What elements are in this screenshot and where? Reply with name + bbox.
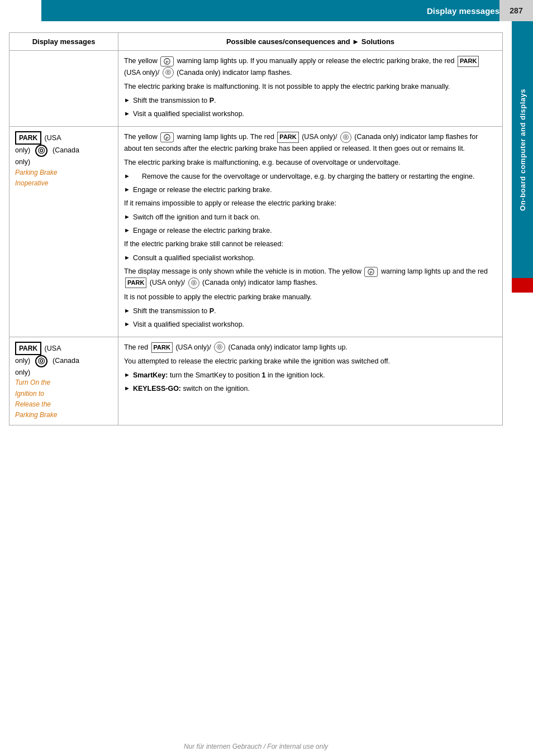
- circle-p-inline2: ⓞ: [340, 132, 351, 143]
- display-messages-table: Display messages Possible causes/consequ…: [9, 32, 503, 425]
- bullet-item: ► Switch off the ignition and turn it ba…: [124, 212, 497, 223]
- col2-header: Possible causes/consequences and ► Solut…: [118, 33, 503, 51]
- circle-p-inline4: ⓞ: [214, 342, 225, 353]
- row3-label: PARK (USA only) ⓞ (Canada only) Turn On …: [9, 337, 118, 425]
- side-tab: On-board computer and displays: [512, 21, 533, 278]
- bullet-item: ► Visit a qualified specialist workshop.: [124, 108, 497, 119]
- svg-text:P: P: [370, 270, 373, 275]
- bullet-smartkey: ► SmartKey: turn the SmartKey to positio…: [124, 370, 497, 381]
- park-badge-row3: PARK: [15, 342, 41, 355]
- row2-orange-label: Parking BrakeInoperative: [15, 168, 112, 189]
- circle-p-inline: ⓞ: [163, 67, 174, 78]
- circle-p-inline3: ⓞ: [188, 277, 199, 289]
- circle-p-badge-row3: ⓞ: [35, 355, 47, 367]
- table-header-row: Display messages Possible causes/consequ…: [9, 33, 503, 51]
- table-row: PARK (USA only) ⓞ (Canada only) Parking …: [9, 127, 503, 337]
- park-badge-inline4: PARK: [151, 342, 173, 353]
- header-bar: Display messages: [41, 0, 533, 21]
- header-title: Display messages: [427, 6, 499, 16]
- park-badge-inline2: PARK: [277, 132, 298, 143]
- footer-text: Nur für internen Gebrauch / For internal…: [0, 743, 512, 750]
- bullet-item: ► Engage or release the electric parking…: [124, 184, 497, 195]
- main-content: Display messages Possible causes/consequ…: [0, 21, 512, 756]
- row2-content: The yellow P warning lamp lights up. The…: [118, 127, 503, 337]
- warning-lamp-icon3: P: [364, 267, 378, 277]
- col1-header: Display messages: [9, 33, 118, 51]
- row3-content: The red PARK (USA only)/ ⓞ (Canada only)…: [118, 337, 503, 425]
- circle-p-badge: ⓞ: [35, 145, 47, 157]
- side-tab-label: On-board computer and displays: [518, 89, 527, 211]
- side-tab-red-indicator: [512, 278, 533, 293]
- page-number: 287: [499, 0, 533, 21]
- bullet-item: ► Visit a qualified specialist workshop.: [124, 319, 497, 330]
- bullet-keylessgo: ► KEYLESS-GO: switch on the ignition.: [124, 383, 497, 394]
- bullet-item: ► Engage or release the electric parking…: [124, 225, 497, 236]
- row3-orange-label: Turn On theIgnition toRelease theParking…: [15, 377, 112, 420]
- bullet-item: ► Consult a qualified specialist worksho…: [124, 252, 497, 264]
- svg-text:P: P: [166, 59, 169, 64]
- bullet-item: ► Shift the transmission to P.: [124, 305, 497, 317]
- bullet-item: ► Remove the cause for the overvoltage o…: [124, 171, 497, 182]
- row1-label: [9, 51, 118, 127]
- park-badge-inline: PARK: [458, 56, 479, 67]
- table-row: The yellow P warning lamp lights up. If …: [9, 51, 503, 127]
- park-badge: PARK: [15, 131, 41, 145]
- park-badge-inline3: PARK: [125, 277, 146, 289]
- bullet-item: ► Shift the transmission to P.: [124, 95, 497, 106]
- svg-text:P: P: [166, 135, 169, 140]
- warning-lamp-icon: P: [160, 56, 174, 66]
- row1-content: The yellow P warning lamp lights up. If …: [118, 51, 503, 127]
- row2-label: PARK (USA only) ⓞ (Canada only) Parking …: [9, 127, 118, 337]
- warning-lamp-icon2: P: [160, 132, 174, 142]
- table-row: PARK (USA only) ⓞ (Canada only) Turn On …: [9, 337, 503, 425]
